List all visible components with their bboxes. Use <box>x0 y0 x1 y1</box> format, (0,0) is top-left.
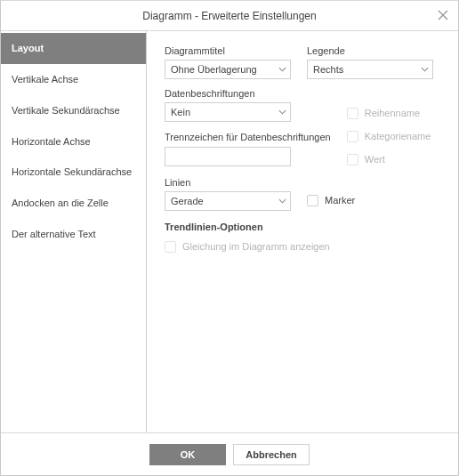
sidebar: Layout Vertikale Achse Vertikale Sekundä… <box>1 31 147 432</box>
tab-alt-text[interactable]: Der alternative Text <box>1 219 146 250</box>
lines-label: Linien <box>165 177 291 188</box>
chart-advanced-settings-dialog: Diagramm - Erweiterte Einstellungen Layo… <box>0 0 459 476</box>
show-equation-checkbox: Gleichung im Diagramm anzeigen <box>165 238 444 255</box>
legend-value: Rechts <box>313 64 343 75</box>
tab-layout[interactable]: Layout <box>1 33 146 64</box>
checkbox-icon <box>347 154 358 165</box>
chevron-down-icon <box>278 198 286 206</box>
separator-label: Trennzeichen für Datenbeschriftungen <box>165 131 331 143</box>
footer: OK Abbrechen <box>1 432 458 475</box>
data-labels-select[interactable]: Kein <box>165 102 291 122</box>
titlebar: Diagramm - Erweiterte Einstellungen <box>1 1 458 31</box>
content-layout: Diagrammtitel Ohne Überlagerung Legende … <box>147 31 458 432</box>
tab-cell-snapping[interactable]: Andocken an die Zelle <box>1 188 146 219</box>
chevron-down-icon <box>278 109 286 117</box>
tab-vertical-axis[interactable]: Vertikale Achse <box>1 64 146 95</box>
dialog-title: Diagramm - Erweiterte Einstellungen <box>142 10 316 22</box>
checkbox-icon <box>347 131 358 142</box>
value-checkbox: Wert <box>347 150 431 168</box>
legend-select[interactable]: Rechts <box>307 60 433 79</box>
chevron-down-icon <box>421 66 429 74</box>
lines-value: Gerade <box>171 196 204 206</box>
tab-horizontal-axis[interactable]: Horizontale Achse <box>1 126 146 157</box>
separator-input[interactable] <box>165 147 291 166</box>
show-equation-label: Gleichung im Diagramm anzeigen <box>182 241 330 252</box>
category-name-checkbox: Kategoriename <box>347 127 431 145</box>
legend-label: Legende <box>307 45 433 56</box>
value-label: Wert <box>365 154 385 165</box>
close-button[interactable] <box>435 8 451 24</box>
chevron-down-icon <box>278 66 286 74</box>
ok-button[interactable]: OK <box>149 444 226 465</box>
category-name-label: Kategoriename <box>365 131 431 141</box>
tab-vertical-secondary-axis[interactable]: Vertikale Sekundärachse <box>1 95 146 126</box>
lines-select[interactable]: Gerade <box>165 191 291 211</box>
chart-title-select[interactable]: Ohne Überlagerung <box>165 60 291 79</box>
chart-title-value: Ohne Überlagerung <box>171 64 257 75</box>
series-name-label: Reihenname <box>365 108 420 118</box>
close-icon <box>438 10 448 22</box>
checkbox-icon <box>347 108 358 119</box>
trendlines-title: Trendlinien-Optionen <box>165 222 444 232</box>
series-name-checkbox: Reihenname <box>347 104 431 122</box>
marker-checkbox[interactable]: Marker <box>307 191 355 209</box>
dialog-body: Layout Vertikale Achse Vertikale Sekundä… <box>1 31 458 432</box>
chart-title-label: Diagrammtitel <box>165 45 291 56</box>
checkbox-icon <box>307 195 318 206</box>
data-labels-value: Kein <box>171 107 190 117</box>
checkbox-icon <box>165 241 176 253</box>
data-labels-label: Datenbeschriftungen <box>165 88 331 99</box>
cancel-button[interactable]: Abbrechen <box>233 444 310 465</box>
marker-label: Marker <box>325 195 355 206</box>
tab-horizontal-secondary-axis[interactable]: Horizontale Sekundärachse <box>1 157 146 188</box>
